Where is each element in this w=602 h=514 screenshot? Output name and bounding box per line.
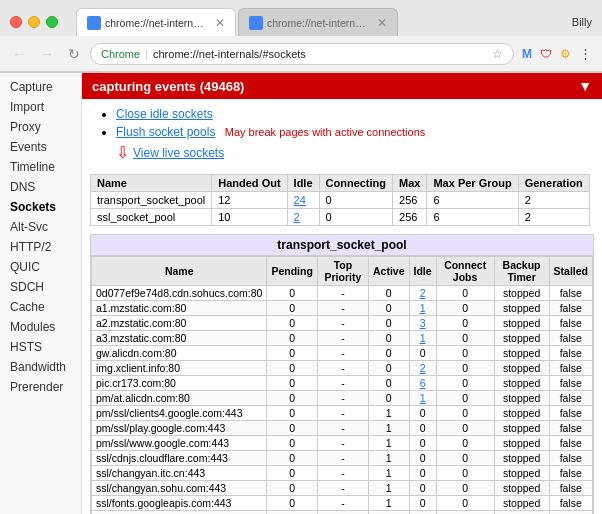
reload-button[interactable]: ↻ [64,44,84,64]
transport-cell-idle[interactable]: 1 [409,391,436,406]
event-bar-arrow: ▼ [578,78,592,94]
sidebar-item-hsts[interactable]: HSTS [0,337,81,357]
transport-cell-connect-jobs: 0 [436,331,494,346]
close-idle-link[interactable]: Close idle sockets [116,107,213,121]
transport-cell-top-priority: - [317,481,368,496]
forward-button[interactable]: → [36,44,58,64]
tab-close-1[interactable]: ✕ [215,16,225,30]
transport-cell-idle[interactable]: 6 [409,376,436,391]
sidebar-item-sockets[interactable]: Sockets [0,197,81,217]
transport-cell-connect-jobs: 0 [436,391,494,406]
transport-cell-backup-timer: stopped [494,361,549,376]
sidebar-item-prerender[interactable]: Prerender [0,377,81,397]
sidebar-item-dns[interactable]: DNS [0,177,81,197]
transport-cell-idle: 0 [409,346,436,361]
pool-cell-connecting: 0 [319,209,393,226]
extensions-icon[interactable]: M [520,45,534,63]
pool-cell-max-per-group: 6 [427,209,518,226]
address-bar[interactable]: Chrome | chrome://net-internals/#sockets… [90,43,514,65]
sidebar-item-sdch[interactable]: SDCH [0,277,81,297]
transport-table-row: 0d077ef9e74d8.cdn.sohucs.com:80 0 - 0 2 … [92,286,593,301]
tabs-bar: chrome://net-internals/#soc... ✕ chrome:… [76,8,398,36]
transport-cell-idle[interactable]: 1 [409,331,436,346]
sidebar-item-bandwidth[interactable]: Bandwidth [0,357,81,377]
transport-idle-link[interactable]: 3 [420,317,426,329]
pool-header-generation: Generation [518,175,589,192]
transport-header-name: Name [92,257,267,286]
transport-cell-pending: 0 [267,301,317,316]
sidebar-item-modules[interactable]: Modules [0,317,81,337]
sidebar-item-import[interactable]: Import [0,97,81,117]
user-name: Billy [572,16,592,28]
transport-cell-connect-jobs: 0 [436,346,494,361]
address-separator: | [145,48,148,60]
transport-cell-name: pm/ssl/clients4.google.com:443 [92,406,267,421]
transport-cell-stalled: false [549,511,592,515]
sidebar-item-cache[interactable]: Cache [0,297,81,317]
transport-cell-active: 1 [369,406,410,421]
transport-cell-top-priority: - [317,376,368,391]
action-view-live: ⇩ View live sockets [116,141,586,164]
sidebar-item-capture[interactable]: Capture [0,77,81,97]
transport-header: transport_socket_pool [91,235,593,256]
sidebar-item-quic[interactable]: QUIC [0,257,81,277]
transport-cell-idle[interactable]: 1 [409,301,436,316]
pool-idle-link[interactable]: 24 [294,194,306,206]
action-flush-pools: Flush socket pools May break pages with … [116,123,586,141]
view-live-link[interactable]: View live sockets [133,146,224,160]
transport-cell-backup-timer: stopped [494,511,549,515]
transport-cell-pending: 0 [267,496,317,511]
transport-cell-active: 0 [369,376,410,391]
transport-cell-idle[interactable]: 2 [409,286,436,301]
transport-cell-backup-timer: stopped [494,391,549,406]
close-button[interactable] [10,16,22,28]
sidebar-item-proxy[interactable]: Proxy [0,117,81,137]
menu-icon[interactable]: ⋮ [577,44,594,63]
sidebar: Capture Import Proxy Events Timeline DNS… [0,73,82,514]
transport-table-row: ssl/fonts.googleapis.com:443 0 - 1 0 0 s… [92,496,593,511]
sidebar-item-alt-svc[interactable]: Alt-Svc [0,217,81,237]
transport-table-row: ssl/changyan.sohu.com:443 0 - 1 0 0 stop… [92,481,593,496]
transport-cell-pending: 0 [267,466,317,481]
pool-cell-max: 256 [393,192,427,209]
transport-cell-stalled: false [549,376,592,391]
pool-cell-idle[interactable]: 2 [287,209,319,226]
minimize-button[interactable] [28,16,40,28]
maximize-button[interactable] [46,16,58,28]
transport-idle-link[interactable]: 1 [420,332,426,344]
action-list: Close idle sockets Flush socket pools Ma… [82,99,602,170]
back-button[interactable]: ← [8,44,30,64]
transport-cell-active: 0 [369,316,410,331]
adblock-icon[interactable]: 🛡 [538,45,554,63]
tab-active[interactable]: chrome://net-internals/#soc... ✕ [76,8,236,36]
transport-idle-link[interactable]: 1 [420,392,426,404]
sidebar-item-events[interactable]: Events [0,137,81,157]
transport-cell-backup-timer: stopped [494,481,549,496]
crx-icon[interactable]: ⚙ [558,45,573,63]
transport-cell-active: 1 [369,511,410,515]
transport-cell-active: 1 [369,421,410,436]
transport-idle-link[interactable]: 6 [420,377,426,389]
transport-cell-idle[interactable]: 2 [409,361,436,376]
transport-cell-idle[interactable]: 3 [409,316,436,331]
main-content: capturing events (49468) ▼ Close idle so… [82,73,602,514]
transport-cell-active: 0 [369,301,410,316]
transport-idle-link[interactable]: 2 [420,362,426,374]
transport-idle-link[interactable]: 2 [420,287,426,299]
transport-cell-active: 1 [369,436,410,451]
transport-cell-top-priority: - [317,361,368,376]
sidebar-item-http2[interactable]: HTTP/2 [0,237,81,257]
transport-cell-idle: 0 [409,451,436,466]
transport-cell-name: a1.mzstatic.com:80 [92,301,267,316]
tab-inactive[interactable]: chrome://net-internals/#dns ✕ [238,8,398,36]
bookmark-icon[interactable]: ☆ [492,47,503,61]
sidebar-item-timeline[interactable]: Timeline [0,157,81,177]
transport-idle-link[interactable]: 1 [420,302,426,314]
flush-pools-link[interactable]: Flush socket pools [116,125,215,139]
transport-cell-name: 0d077ef9e74d8.cdn.sohucs.com:80 [92,286,267,301]
pool-table-row: ssl_socket_pool 10 2 0 256 6 2 [91,209,590,226]
pool-idle-link[interactable]: 2 [294,211,300,223]
pool-cell-idle[interactable]: 24 [287,192,319,209]
transport-cell-idle: 0 [409,406,436,421]
tab-close-2[interactable]: ✕ [377,16,387,30]
